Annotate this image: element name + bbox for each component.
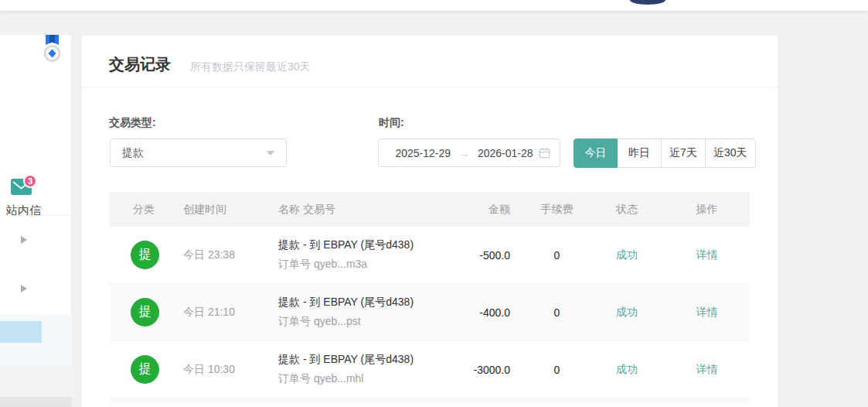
col-action: 操作	[650, 203, 750, 217]
category-cell: 提	[109, 298, 183, 327]
range-button-today[interactable]: 今日	[574, 139, 618, 168]
table-row: 提 今日 10:30 提款 - 到 EBPAY (尾号d438) 订单号 qye…	[109, 341, 750, 398]
quick-range-button-group: 今日 昨日 近7天 近30天	[574, 139, 756, 168]
table-header: 分类 创建时间 名称 交易号 金额 手续费 状态 操作	[109, 192, 750, 227]
calendar-icon	[539, 147, 550, 159]
top-navbar	[0, 0, 868, 11]
transaction-records-panel: 交易记录 所有数据只保留最近30天 交易类型: 提款 时间: 2025-12-2…	[82, 36, 778, 407]
header-divider	[82, 87, 778, 87]
category-cell: 提	[109, 355, 183, 384]
col-category: 分类	[109, 203, 183, 217]
status-badge: 成功	[604, 363, 650, 377]
sidebar-divider	[0, 215, 72, 216]
fee-value: 0	[510, 249, 604, 262]
date-start-input[interactable]: 2025-12-29	[390, 147, 457, 159]
medal-icon	[43, 35, 61, 65]
col-fee: 手续费	[510, 203, 604, 217]
fee-value: 0	[510, 306, 604, 319]
range-arrow-icon: →	[457, 147, 472, 159]
status-badge: 成功	[604, 248, 650, 262]
col-status: 状态	[604, 203, 650, 217]
chevron-down-icon	[267, 151, 274, 156]
details-link[interactable]: 详情	[650, 248, 750, 262]
selected-type-value: 提款	[122, 146, 267, 160]
withdraw-badge-icon: 提	[131, 298, 159, 327]
order-number: 订单号 qyeb...pst	[278, 315, 464, 329]
amount-value: -400.0	[464, 306, 510, 319]
col-amount: 金额	[464, 203, 510, 217]
date-end-input[interactable]: 2026-01-28	[472, 147, 540, 159]
order-number: 订单号 qyeb...m3a	[278, 258, 464, 272]
col-name: 名称 交易号	[278, 203, 464, 217]
sidebar-submenu-section	[0, 315, 72, 365]
sidebar-block	[0, 365, 72, 397]
name-cell: 提款 - 到 EBPAY (尾号d438) 订单号 qyeb...mhl	[278, 353, 464, 386]
transaction-name: 提款 - 到 EBPAY (尾号d438)	[278, 353, 464, 367]
created-time: 今日 23:38	[183, 248, 278, 262]
details-link[interactable]: 详情	[650, 306, 750, 320]
unread-count-badge: 3	[23, 174, 37, 188]
transaction-type-label: 交易类型:	[109, 116, 156, 130]
sidebar-item-label: 站内信	[6, 204, 41, 218]
transaction-name: 提款 - 到 EBPAY (尾号d438)	[278, 238, 464, 252]
range-button-7days[interactable]: 近7天	[662, 139, 706, 168]
details-link[interactable]: 详情	[650, 363, 750, 377]
page-title: 交易记录	[109, 54, 171, 75]
page-subtitle: 所有数据只保留最近30天	[190, 60, 311, 74]
expand-arrow-icon[interactable]	[21, 236, 27, 244]
time-label: 时间:	[379, 116, 404, 130]
envelope-icon: 3	[11, 179, 32, 195]
order-number: 订单号 qyeb...mhl	[278, 372, 464, 386]
amount-value: -3000.0	[464, 364, 510, 376]
withdraw-badge-icon: 提	[131, 355, 159, 384]
transaction-type-select[interactable]: 提款	[110, 139, 287, 167]
created-time: 今日 21:10	[183, 306, 278, 320]
name-cell: 提款 - 到 EBPAY (尾号d438) 订单号 qyeb...m3a	[278, 238, 464, 272]
next-row-partial	[109, 398, 750, 405]
transactions-table: 分类 创建时间 名称 交易号 金额 手续费 状态 操作 提 今日 23:38 提…	[109, 192, 750, 405]
date-range-picker[interactable]: 2025-12-29 → 2026-01-28	[378, 139, 560, 167]
range-button-yesterday[interactable]: 昨日	[618, 139, 662, 168]
category-cell: 提	[109, 241, 183, 269]
amount-value: -500.0	[464, 249, 510, 262]
created-time: 今日 10:30	[183, 363, 278, 377]
expand-arrow-icon[interactable]	[21, 285, 27, 292]
range-button-30days[interactable]: 近30天	[706, 139, 756, 168]
name-cell: 提款 - 到 EBPAY (尾号d438) 订单号 qyeb...pst	[278, 296, 464, 329]
sidebar-block	[0, 397, 72, 407]
table-row: 提 今日 21:10 提款 - 到 EBPAY (尾号d438) 订单号 qye…	[109, 284, 750, 341]
withdraw-badge-icon: 提	[131, 241, 159, 269]
table-row: 提 今日 23:38 提款 - 到 EBPAY (尾号d438) 订单号 qye…	[109, 227, 750, 284]
status-badge: 成功	[604, 306, 650, 320]
fee-value: 0	[510, 364, 604, 376]
col-created: 创建时间	[183, 203, 278, 217]
transaction-name: 提款 - 到 EBPAY (尾号d438)	[278, 296, 464, 310]
sidebar-active-highlight[interactable]	[0, 321, 42, 343]
user-avatar[interactable]	[630, 0, 665, 5]
left-sidebar: 3 站内信	[0, 35, 72, 407]
